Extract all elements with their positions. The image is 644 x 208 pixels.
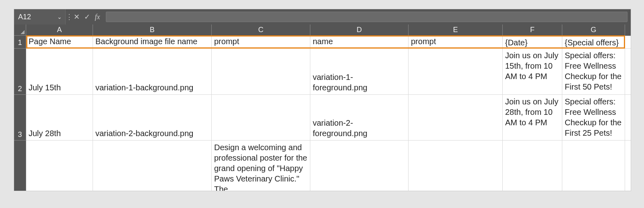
column-header[interactable]: B <box>93 24 212 36</box>
name-box-value: A12 <box>18 13 31 21</box>
cell[interactable]: {Special offers} <box>562 36 625 48</box>
column-header[interactable]: C <box>212 24 310 36</box>
cell[interactable] <box>212 49 310 94</box>
cell[interactable]: Foreground image prompt <box>409 36 503 48</box>
cell[interactable]: Page Name <box>26 36 93 48</box>
cell[interactable] <box>409 49 503 94</box>
cell[interactable] <box>503 141 562 191</box>
column-header[interactable]: D <box>310 24 409 36</box>
cell[interactable]: Background image file name <box>93 36 212 48</box>
column-header[interactable]: G <box>562 24 625 36</box>
cell[interactable]: Join us on July 15th, from 10 AM to 4 PM <box>503 49 562 94</box>
cell[interactable]: {Date} <box>503 36 562 48</box>
table-row: Page NameBackground image file nameBackg… <box>26 36 631 49</box>
cell[interactable]: Join us on July 28th, from 10 AM to 4 PM <box>503 95 562 140</box>
cell[interactable] <box>409 141 503 191</box>
cell[interactable] <box>26 141 93 191</box>
table-row: Design a welcoming and professional post… <box>26 141 631 191</box>
select-all-corner[interactable] <box>14 24 26 36</box>
accept-icon[interactable]: ✓ <box>82 12 92 21</box>
fx-icon[interactable]: fx <box>92 13 103 21</box>
cell[interactable] <box>93 141 212 191</box>
table-row: July 28thvariation-2-background.pngvaria… <box>26 95 631 141</box>
row-header[interactable]: 3 <box>14 95 26 141</box>
formula-input[interactable] <box>106 12 627 22</box>
row-header[interactable] <box>14 141 26 191</box>
cell[interactable] <box>562 141 625 191</box>
column-headers: ABCDEFG <box>26 24 631 36</box>
cell[interactable]: variation-2-foreground.png <box>310 95 409 140</box>
cell[interactable]: variation-2-background.png <box>93 95 212 140</box>
grid: ABCDEFG 123 Page NameBackground image fi… <box>14 24 631 191</box>
cell[interactable]: Background image prompt <box>212 36 310 48</box>
row-header[interactable]: 1 <box>14 36 26 49</box>
cell[interactable]: Foreground image file name <box>310 36 409 48</box>
column-header[interactable]: F <box>503 24 562 36</box>
spreadsheet-window: A12 ⌄ ⋮ ✕ ✓ fx ABCDEFG 123 Page NameBack… <box>14 9 631 191</box>
cell[interactable]: variation-1-background.png <box>93 49 212 94</box>
formula-bar: A12 ⌄ ⋮ ✕ ✓ fx <box>14 9 631 24</box>
cancel-icon[interactable]: ✕ <box>71 12 82 21</box>
cell[interactable] <box>409 95 503 140</box>
separator-icon: ⋮ <box>66 12 71 21</box>
cell[interactable]: Design a welcoming and professional post… <box>212 141 310 191</box>
cell[interactable]: variation-1-foreground.png <box>310 49 409 94</box>
row-header[interactable]: 2 <box>14 49 26 95</box>
cell[interactable] <box>212 95 310 140</box>
cell[interactable]: Special offers: Free Wellness Checkup fo… <box>562 49 625 94</box>
cell[interactable]: Special offers: Free Wellness Checkup fo… <box>562 95 625 140</box>
row-headers: 123 <box>14 36 26 191</box>
cells-area[interactable]: Page NameBackground image file nameBackg… <box>26 36 631 191</box>
column-header[interactable]: E <box>409 24 503 36</box>
table-row: July 15thvariation-1-background.pngvaria… <box>26 49 631 95</box>
chevron-down-icon[interactable]: ⌄ <box>57 14 62 20</box>
cell[interactable]: July 15th <box>26 49 93 94</box>
cell[interactable]: July 28th <box>26 95 93 140</box>
name-box[interactable]: A12 ⌄ <box>14 9 66 24</box>
column-header[interactable]: A <box>26 24 93 36</box>
cell[interactable] <box>310 141 409 191</box>
